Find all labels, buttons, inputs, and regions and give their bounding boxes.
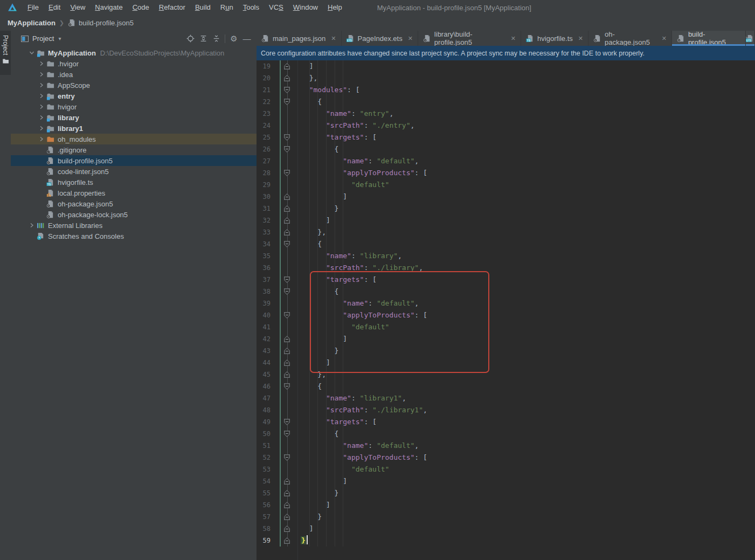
collapse-all-button[interactable] xyxy=(210,33,223,45)
tree-item-hvigor[interactable]: hvigor xyxy=(11,101,257,112)
code-text[interactable]: ] xyxy=(297,215,330,226)
tree-item-code-linter-json5[interactable]: code-linter.json5 xyxy=(11,166,257,177)
chevron-right-icon[interactable] xyxy=(37,61,46,66)
fold-marker-icon[interactable] xyxy=(284,288,290,295)
project-view-icon[interactable] xyxy=(20,34,29,43)
tab-hvigorfile-ts[interactable]: TShvigorfile.ts✕ xyxy=(521,31,588,46)
locate-file-button[interactable] xyxy=(184,33,197,45)
code-text[interactable]: ] xyxy=(297,60,313,72)
code-text[interactable]: } xyxy=(297,511,322,523)
code-text[interactable]: }, xyxy=(297,226,326,238)
chevron-right-icon[interactable] xyxy=(37,126,46,131)
close-tab-icon[interactable]: ✕ xyxy=(578,35,583,42)
code-text[interactable]: "targets": [ xyxy=(297,416,377,428)
code-text[interactable]: "default" xyxy=(297,179,389,191)
code-text[interactable]: ] xyxy=(297,523,313,535)
close-tab-icon[interactable]: ✕ xyxy=(662,35,667,42)
menu-window[interactable]: Window xyxy=(288,3,323,11)
code-text[interactable]: { xyxy=(297,143,338,155)
tree-item--hvigor[interactable]: .hvigor xyxy=(11,58,257,69)
menu-vcs[interactable]: VCS xyxy=(264,3,288,11)
fold-marker-icon[interactable] xyxy=(284,312,290,319)
code-text[interactable]: "applyToProducts": [ xyxy=(297,452,427,464)
menu-help[interactable]: Help xyxy=(323,3,347,11)
fold-marker-icon[interactable] xyxy=(284,431,290,437)
fold-marker-icon[interactable] xyxy=(284,99,290,105)
chevron-down-icon[interactable] xyxy=(27,50,37,56)
partial-tab[interactable]: ETS xyxy=(745,31,755,46)
chevron-right-icon[interactable] xyxy=(27,223,37,228)
tree-item-hvigorfile-ts[interactable]: TShvigorfile.ts xyxy=(11,177,257,188)
tree-item--gitignore[interactable]: .gitignore xyxy=(11,144,257,155)
tree-item-local-properties[interactable]: local.properties xyxy=(11,188,257,198)
fold-marker-icon[interactable] xyxy=(284,478,290,485)
code-text[interactable]: { xyxy=(297,238,322,250)
tree-item-build-profile-json5[interactable]: build-profile.json5 xyxy=(11,155,257,166)
code-text[interactable]: "applyToProducts": [ xyxy=(297,167,427,179)
fold-marker-icon[interactable] xyxy=(284,75,290,81)
menu-tools[interactable]: Tools xyxy=(238,3,264,11)
fold-marker-icon[interactable] xyxy=(284,146,290,153)
menu-file[interactable]: File xyxy=(23,3,44,11)
tree-item-library1[interactable]: library1 xyxy=(11,123,257,134)
fold-marker-icon[interactable] xyxy=(284,205,290,212)
fold-marker-icon[interactable] xyxy=(284,371,290,378)
code-text[interactable]: } xyxy=(297,535,308,547)
fold-marker-icon[interactable] xyxy=(284,241,290,247)
code-text[interactable]: ] xyxy=(297,499,330,511)
expand-all-button[interactable] xyxy=(197,33,210,45)
code-text[interactable]: "srcPath": "./library1", xyxy=(297,404,427,416)
tab-library-build-profile-json5[interactable]: library\build-profile.json5✕ xyxy=(418,31,521,46)
tree-item-oh-modules[interactable]: oh_modules xyxy=(11,134,257,144)
fold-marker-icon[interactable] xyxy=(284,63,290,70)
tree-item-entry[interactable]: entry xyxy=(11,91,257,101)
project-view-selector[interactable]: Project xyxy=(32,34,54,43)
tree-item--idea[interactable]: .idea xyxy=(11,69,257,80)
tree-item-external-libraries[interactable]: External Libraries xyxy=(11,220,257,231)
fold-marker-icon[interactable] xyxy=(284,134,290,141)
menu-edit[interactable]: Edit xyxy=(44,3,65,11)
code-text[interactable]: } xyxy=(297,203,338,215)
code-text[interactable]: "default" xyxy=(297,464,389,475)
code-text[interactable]: "modules": [ xyxy=(297,84,360,96)
breadcrumb-project[interactable]: MyApplication xyxy=(8,19,56,27)
menu-view[interactable]: View xyxy=(65,3,90,11)
fold-marker-icon[interactable] xyxy=(284,348,290,354)
fold-marker-icon[interactable] xyxy=(284,193,290,200)
menu-navigate[interactable]: Navigate xyxy=(90,3,127,11)
chevron-right-icon[interactable] xyxy=(37,93,46,99)
chevron-right-icon[interactable] xyxy=(37,115,46,120)
code-text[interactable]: } xyxy=(297,487,338,499)
menu-code[interactable]: Code xyxy=(128,3,154,11)
code-text[interactable]: "name": "library", xyxy=(297,250,402,262)
hide-panel-button[interactable]: — xyxy=(240,33,253,45)
fold-marker-icon[interactable] xyxy=(284,490,290,496)
tree-item-library[interactable]: library xyxy=(11,112,257,123)
menu-run[interactable]: Run xyxy=(216,3,238,11)
fold-marker-icon[interactable] xyxy=(284,537,290,544)
close-tab-icon[interactable]: ✕ xyxy=(511,35,516,42)
close-tab-icon[interactable]: ✕ xyxy=(331,35,336,42)
fold-marker-icon[interactable] xyxy=(284,217,290,224)
fold-marker-icon[interactable] xyxy=(284,419,290,425)
code-text[interactable]: "name": "default", xyxy=(297,155,419,167)
code-text[interactable]: "name": "library1", xyxy=(297,392,406,404)
project-tool-window-button[interactable]: Project xyxy=(0,31,11,75)
settings-gear-button[interactable]: ⚙ xyxy=(227,33,240,45)
code-text[interactable]: "srcPath": "./entry", xyxy=(297,120,414,132)
code-editor-area[interactable]: 19 ]20 },21 "modules": [22 {23 "name": "… xyxy=(257,60,755,560)
menu-build[interactable]: Build xyxy=(190,3,216,11)
chevron-right-icon[interactable] xyxy=(37,82,46,88)
code-text[interactable]: { xyxy=(297,428,338,440)
code-text[interactable]: "targets": [ xyxy=(297,132,377,143)
close-tab-icon[interactable]: ✕ xyxy=(408,35,413,42)
tree-item-appscope[interactable]: AppScope xyxy=(11,80,257,91)
fold-marker-icon[interactable] xyxy=(284,229,290,236)
tree-item-myapplication[interactable]: MyApplicationD:\DevEcoStudioProjects\MyA… xyxy=(11,47,257,58)
tab-main-pages-json[interactable]: main_pages.json✕ xyxy=(257,31,342,46)
tree-item-scratches-and-consoles[interactable]: Scratches and Consoles xyxy=(11,231,257,241)
code-text[interactable]: { xyxy=(297,381,322,392)
code-text[interactable]: ] xyxy=(297,191,347,203)
fold-marker-icon[interactable] xyxy=(284,526,290,532)
chevron-right-icon[interactable] xyxy=(37,104,46,109)
